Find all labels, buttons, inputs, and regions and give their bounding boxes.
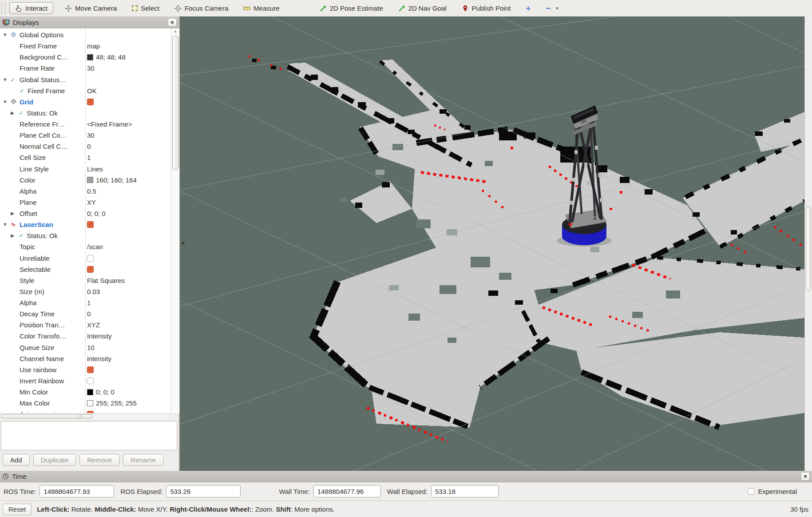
tool-2d-nav-goal[interactable]: 2D Nav Goal xyxy=(395,3,450,14)
left-splitter-collapse-icon[interactable]: ◀ xyxy=(181,241,184,245)
tree-column-separator[interactable] xyxy=(85,28,86,413)
property-value[interactable]: 0.5 xyxy=(87,186,96,197)
wall-time-input[interactable] xyxy=(313,485,381,497)
property-value[interactable]: ✓ xyxy=(87,409,94,413)
tool-publish-point[interactable]: Publish Point xyxy=(458,3,515,14)
property-value[interactable]: 255; 255; 255 xyxy=(87,398,137,409)
ros-elapsed-input[interactable] xyxy=(166,485,241,497)
property-value[interactable]: 10 xyxy=(87,342,95,353)
displays-close-icon[interactable]: ✖ xyxy=(168,18,177,27)
tree-vertical-scrollbar[interactable]: ▲ xyxy=(171,28,179,413)
expander-closed-icon[interactable]: ▶ xyxy=(11,230,14,241)
toolbar-grip-handle[interactable] xyxy=(1,3,6,14)
property-value[interactable]: /scan xyxy=(87,241,103,252)
tool-label: Interact xyxy=(25,4,48,12)
mouse-help-text: Left-Click: Rotate. Middle-Click: Move X… xyxy=(37,505,335,513)
property-value[interactable]: XY xyxy=(87,197,96,208)
add-button[interactable]: Add xyxy=(3,454,30,466)
value-text: 1 xyxy=(87,154,91,161)
expander-open-icon[interactable]: ▼ xyxy=(3,29,8,40)
tool-move-camera[interactable]: Move Camera xyxy=(61,3,120,14)
3d-viewport[interactable] xyxy=(180,16,804,471)
right-panel-splitter[interactable] xyxy=(804,16,812,471)
property-value[interactable]: OK xyxy=(87,85,97,96)
time-panel-header[interactable]: Time ✖ xyxy=(0,471,812,482)
tool-focus-camera[interactable]: Focus Camera xyxy=(171,3,232,14)
checkbox-checked-icon[interactable]: ✓ xyxy=(87,99,94,105)
property-value[interactable]: ✓ xyxy=(87,364,94,375)
property-value[interactable]: ✓ xyxy=(87,264,94,275)
property-label: Max Color xyxy=(20,398,50,409)
tool-[interactable]: + xyxy=(522,2,534,14)
help-text-segment: : Zoom. xyxy=(251,505,276,513)
checkbox-unchecked-icon[interactable] xyxy=(87,255,94,262)
value-text: <Fixed Frame> xyxy=(87,120,132,128)
scroll-up-arrow-icon[interactable]: ▲ xyxy=(171,29,179,33)
property-value[interactable]: 160; 160; 164 xyxy=(87,175,137,186)
expander-closed-icon[interactable]: ▶ xyxy=(11,107,14,119)
tool-2d-pose-estimate[interactable]: 2D Pose Estimate xyxy=(316,3,387,14)
tool-interact[interactable]: Interact xyxy=(9,2,53,14)
property-value[interactable]: 30 xyxy=(87,63,95,74)
property-value[interactable]: 48; 48; 48 xyxy=(87,52,126,63)
rename-button[interactable]: Rename xyxy=(123,454,163,466)
property-value[interactable]: 1 xyxy=(87,297,91,308)
property-label: Line Style xyxy=(20,163,49,175)
checkbox-unchecked-icon[interactable] xyxy=(87,378,94,384)
property-value[interactable]: 1 xyxy=(87,152,91,163)
vertical-scrollbar-thumb[interactable] xyxy=(172,36,179,170)
property-label: Autocompute… xyxy=(20,409,65,413)
tool-measure[interactable]: Measure xyxy=(240,3,283,14)
ros-time-input[interactable] xyxy=(40,485,114,497)
remove-button[interactable]: Remove xyxy=(79,454,119,466)
expander-closed-icon[interactable]: ▶ xyxy=(11,208,14,219)
experimental-label: Experimental xyxy=(758,488,797,495)
checkbox-checked-icon[interactable]: ✓ xyxy=(87,266,94,273)
map-pin-icon xyxy=(462,5,469,12)
property-value[interactable]: <Fixed Frame> xyxy=(87,119,132,130)
reset-button[interactable]: Reset xyxy=(3,504,32,515)
property-label: Color Transfo… xyxy=(20,330,66,342)
property-value[interactable]: 30 xyxy=(87,130,95,141)
expander-open-icon[interactable]: ▼ xyxy=(3,219,8,230)
time-panel-title: Time xyxy=(12,473,27,480)
property-value[interactable] xyxy=(87,253,94,264)
property-value[interactable] xyxy=(87,375,94,386)
experimental-checkbox[interactable] xyxy=(748,488,754,495)
property-value[interactable]: Intensity xyxy=(87,330,112,342)
property-value[interactable]: 0; 0; 0 xyxy=(87,386,115,398)
right-splitter-handle[interactable] xyxy=(806,207,811,291)
property-value[interactable]: ✓ xyxy=(87,219,94,230)
tool-[interactable]: −▼ xyxy=(542,2,562,14)
property-value[interactable]: 0; 0; 0 xyxy=(87,208,106,219)
property-value[interactable]: XYZ xyxy=(87,319,100,330)
green-arrow-icon xyxy=(320,5,327,12)
property-value[interactable]: map xyxy=(87,40,100,52)
checkbox-checked-icon[interactable]: ✓ xyxy=(87,221,94,228)
tool-select[interactable]: Select xyxy=(128,3,163,14)
property-label: Use rainbow xyxy=(20,364,56,375)
clock-icon xyxy=(2,473,9,480)
value-text: 0; 0; 0 xyxy=(87,210,106,217)
property-value[interactable]: Flat Squares xyxy=(87,275,125,286)
property-value[interactable]: 0.03 xyxy=(87,286,100,297)
color-swatch xyxy=(87,389,93,395)
expander-open-icon[interactable]: ▼ xyxy=(3,74,8,85)
property-value[interactable]: 0 xyxy=(87,308,91,319)
property-value[interactable]: intensity xyxy=(87,353,111,364)
wall-elapsed-input[interactable] xyxy=(431,485,499,497)
robot-red-marker xyxy=(569,223,572,226)
displays-panel-header[interactable]: Displays ✖ xyxy=(0,16,179,29)
displays-panel: Displays ✖ ▼⚙Global OptionsFixed Framema… xyxy=(0,16,180,471)
property-label: Selectable xyxy=(20,264,51,275)
duplicate-button[interactable]: Duplicate xyxy=(33,454,76,466)
dropdown-caret-icon[interactable]: ▼ xyxy=(555,6,559,11)
property-value[interactable]: 0 xyxy=(87,141,91,152)
property-value[interactable]: ✓ xyxy=(87,96,94,107)
tree-horizontal-scrollbar[interactable]: ||| xyxy=(0,413,171,419)
property-value[interactable]: Lines xyxy=(87,163,103,175)
expander-open-icon[interactable]: ▼ xyxy=(3,96,8,107)
time-close-icon[interactable]: ✖ xyxy=(801,472,810,481)
checkbox-checked-icon[interactable]: ✓ xyxy=(87,366,94,373)
display-description-box xyxy=(1,421,177,450)
